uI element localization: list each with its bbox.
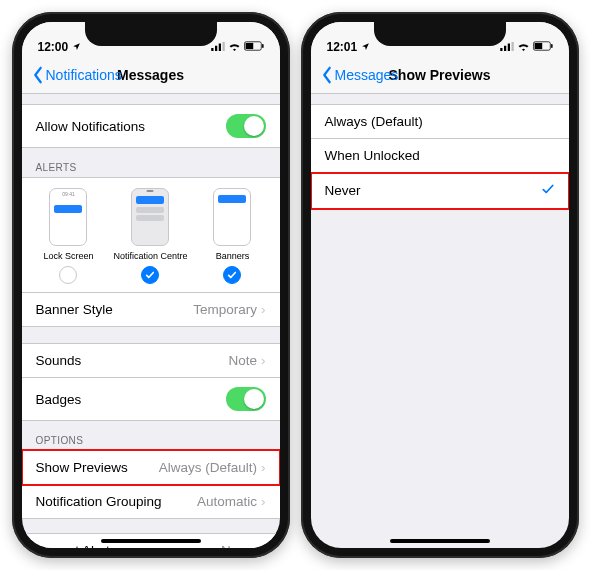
svg-rect-3: [222, 42, 224, 51]
svg-rect-13: [551, 44, 553, 48]
allow-toggle[interactable]: [226, 114, 266, 138]
svg-rect-5: [245, 43, 253, 49]
alert-centre-label: Notification Centre: [113, 251, 187, 261]
sounds-value: Note: [228, 353, 257, 368]
alerts-header: ALERTS: [22, 148, 280, 177]
option-never-label: Never: [325, 183, 361, 198]
sounds-row[interactable]: Sounds Note ›: [22, 343, 280, 378]
banner-style-label: Banner Style: [36, 302, 113, 317]
nav-bar: Notifications Messages: [22, 56, 280, 94]
chevron-right-icon: ›: [261, 543, 266, 548]
back-label: Notifications: [46, 67, 122, 83]
sounds-label: Sounds: [36, 353, 82, 368]
screen-right: 12:01 Messages: [311, 22, 569, 548]
check-icon: [541, 182, 555, 199]
allow-label: Allow Notifications: [36, 119, 146, 134]
svg-rect-9: [507, 44, 509, 52]
battery-icon: [533, 40, 553, 54]
alert-centre-radio[interactable]: [141, 266, 159, 284]
status-time: 12:00: [38, 40, 69, 54]
chevron-left-icon: [321, 66, 333, 84]
svg-rect-0: [211, 48, 213, 51]
thumb-banner-icon: [213, 188, 251, 246]
signal-icon: [211, 40, 225, 54]
option-always[interactable]: Always (Default): [311, 104, 569, 139]
badges-row[interactable]: Badges: [22, 378, 280, 421]
check-icon: [145, 270, 155, 280]
back-label: Messages: [335, 67, 399, 83]
wifi-icon: [517, 40, 530, 54]
battery-icon: [244, 40, 264, 54]
svg-rect-1: [215, 46, 217, 51]
thumb-lock-icon: 09:41: [49, 188, 87, 246]
show-previews-row[interactable]: Show Previews Always (Default) ›: [22, 450, 280, 485]
alert-banner-label: Banners: [216, 251, 250, 261]
badges-toggle[interactable]: [226, 387, 266, 411]
option-unlocked-label: When Unlocked: [325, 148, 420, 163]
svg-rect-6: [262, 44, 264, 48]
chevron-right-icon: ›: [261, 460, 266, 475]
chevron-left-icon: [32, 66, 44, 84]
location-icon: [72, 40, 81, 54]
phone-right: 12:01 Messages: [301, 12, 579, 558]
svg-rect-10: [511, 42, 513, 51]
chevron-right-icon: ›: [261, 302, 266, 317]
repeat-label: Repeat Alerts: [36, 543, 117, 548]
notch: [374, 22, 506, 46]
alert-banners[interactable]: Banners: [192, 188, 273, 284]
home-indicator: [390, 539, 490, 543]
screen-left: 12:00 Notifications: [22, 22, 280, 548]
banner-style-row[interactable]: Banner Style Temporary ›: [22, 293, 280, 327]
alert-notification-centre[interactable]: Notification Centre: [110, 188, 191, 284]
chevron-right-icon: ›: [261, 494, 266, 509]
alert-lock-screen[interactable]: 09:41 Lock Screen: [28, 188, 109, 284]
svg-rect-2: [218, 44, 220, 52]
status-time: 12:01: [327, 40, 358, 54]
alert-lock-radio[interactable]: [59, 266, 77, 284]
alert-lock-label: Lock Screen: [43, 251, 93, 261]
chevron-right-icon: ›: [261, 353, 266, 368]
option-never[interactable]: Never: [311, 173, 569, 209]
options-header: OPTIONS: [22, 421, 280, 450]
notch: [85, 22, 217, 46]
alert-banner-radio[interactable]: [223, 266, 241, 284]
back-button[interactable]: Notifications: [26, 56, 128, 93]
allow-notifications-row[interactable]: Allow Notifications: [22, 104, 280, 148]
phone-left: 12:00 Notifications: [12, 12, 290, 558]
badges-label: Badges: [36, 392, 82, 407]
svg-rect-12: [534, 43, 542, 49]
notification-grouping-row[interactable]: Notification Grouping Automatic ›: [22, 485, 280, 519]
alerts-row: 09:41 Lock Screen Notification Centre: [22, 177, 280, 293]
wifi-icon: [228, 40, 241, 54]
option-when-unlocked[interactable]: When Unlocked: [311, 139, 569, 173]
check-icon: [227, 270, 237, 280]
svg-rect-7: [500, 48, 502, 51]
location-icon: [361, 40, 370, 54]
home-indicator: [101, 539, 201, 543]
content: Always (Default) When Unlocked Never: [311, 94, 569, 548]
grouping-value: Automatic: [197, 494, 257, 509]
show-previews-label: Show Previews: [36, 460, 128, 475]
show-previews-value: Always (Default): [159, 460, 257, 475]
content: Allow Notifications ALERTS 09:41 Lock Sc…: [22, 94, 280, 548]
option-always-label: Always (Default): [325, 114, 423, 129]
svg-rect-8: [504, 46, 506, 51]
back-button[interactable]: Messages: [315, 56, 405, 93]
thumb-centre-icon: [131, 188, 169, 246]
signal-icon: [500, 40, 514, 54]
grouping-label: Notification Grouping: [36, 494, 162, 509]
nav-bar: Messages Show Previews: [311, 56, 569, 94]
repeat-value: Never: [221, 543, 257, 548]
banner-style-value: Temporary: [193, 302, 257, 317]
